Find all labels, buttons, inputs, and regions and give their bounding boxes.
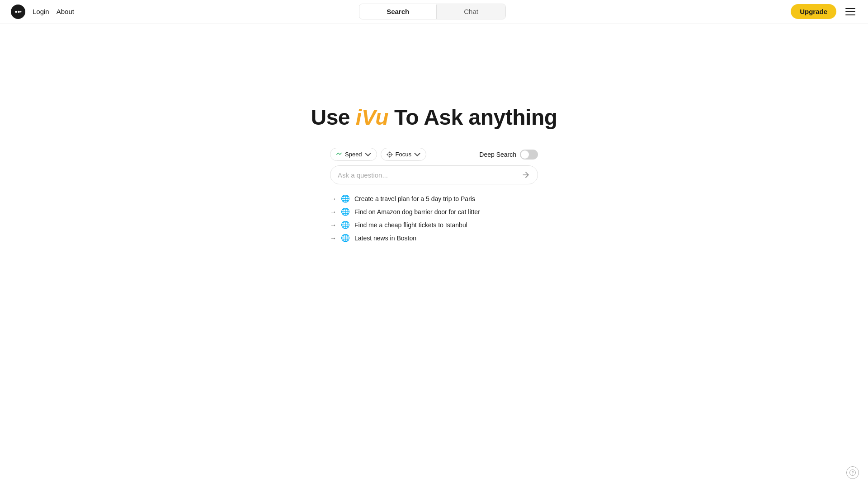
hamburger-menu-button[interactable]: [844, 6, 857, 17]
speed-button[interactable]: Speed: [330, 148, 377, 161]
search-container: Speed Focus: [330, 148, 538, 243]
suggestion-item[interactable]: → 🌐 Create a travel plan for a 5 day tri…: [330, 193, 538, 204]
nav-left: Login About: [11, 5, 74, 19]
suggestion-arrow: →: [330, 208, 336, 216]
suggestion-item[interactable]: → 🌐 Latest news in Boston: [330, 233, 538, 243]
globe-icon: 🌐: [341, 207, 350, 216]
suggestion-arrow: →: [330, 235, 336, 242]
about-link[interactable]: About: [57, 8, 74, 15]
search-input-wrapper: [330, 165, 538, 184]
search-input[interactable]: [338, 171, 521, 179]
hero-title-suffix: To Ask anything: [388, 105, 557, 129]
search-options: Speed Focus: [330, 148, 538, 161]
help-icon[interactable]: [846, 466, 859, 479]
globe-icon: 🌐: [341, 221, 350, 229]
svg-point-2: [20, 11, 22, 12]
speed-icon: [336, 151, 342, 158]
suggestions-list: → 🌐 Create a travel plan for a 5 day tri…: [330, 193, 538, 243]
suggestion-text: Latest news in Boston: [354, 235, 416, 242]
suggestion-text: Find me a cheap flight tickets to Istanb…: [354, 221, 467, 229]
deep-search-label: Deep Search: [479, 151, 516, 158]
focus-icon: [387, 151, 393, 158]
suggestion-arrow: →: [330, 195, 336, 202]
deep-search-area: Deep Search: [479, 150, 538, 160]
svg-point-0: [15, 10, 17, 13]
hero-title-prefix: Use: [311, 105, 355, 129]
focus-label: Focus: [396, 151, 411, 158]
hero-brand: iVu: [356, 105, 388, 129]
hero-title: Use iVu To Ask anything: [311, 105, 557, 130]
submit-button[interactable]: [521, 170, 530, 179]
suggestion-item[interactable]: → 🌐 Find me a cheap flight tickets to Is…: [330, 220, 538, 230]
suggestion-text: Find on Amazon dog barrier door for cat …: [354, 208, 480, 216]
suggestion-text: Create a travel plan for a 5 day trip to…: [354, 195, 475, 202]
nav-tabs: Search Chat: [359, 4, 506, 19]
search-options-left: Speed Focus: [330, 148, 426, 161]
nav-right: Upgrade: [791, 4, 857, 19]
arrow-right-icon: [521, 170, 530, 179]
login-link[interactable]: Login: [33, 8, 49, 15]
tab-search[interactable]: Search: [359, 4, 436, 19]
svg-point-7: [852, 474, 853, 474]
focus-button[interactable]: Focus: [381, 148, 426, 161]
suggestion-arrow: →: [330, 221, 336, 229]
globe-icon: 🌐: [341, 194, 350, 203]
upgrade-button[interactable]: Upgrade: [791, 4, 836, 19]
globe-icon: 🌐: [341, 234, 350, 242]
speed-chevron-icon: [365, 151, 371, 158]
deep-search-toggle[interactable]: [520, 150, 538, 160]
logo: [11, 5, 25, 19]
navbar: Login About Search Chat Upgrade: [0, 0, 868, 23]
hamburger-line-1: [845, 8, 855, 9]
hamburger-line-3: [845, 14, 855, 15]
suggestion-item[interactable]: → 🌐 Find on Amazon dog barrier door for …: [330, 206, 538, 217]
main-content: Use iVu To Ask anything Speed: [0, 23, 868, 243]
hamburger-line-2: [845, 11, 855, 12]
svg-point-1: [18, 10, 20, 13]
svg-point-4: [389, 154, 391, 155]
tab-chat[interactable]: Chat: [437, 4, 505, 19]
focus-chevron-icon: [414, 151, 420, 158]
speed-label: Speed: [345, 151, 362, 158]
